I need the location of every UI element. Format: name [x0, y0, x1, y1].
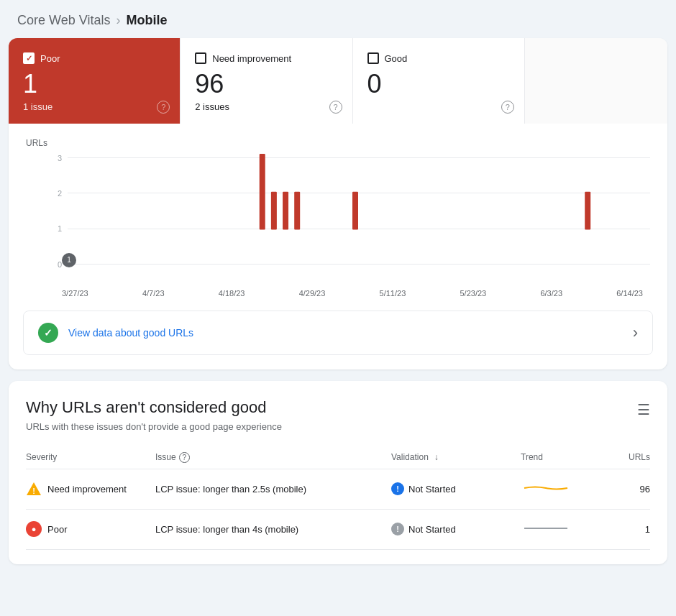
issues-subtitle: URLs with these issues don't provide a g…: [26, 421, 282, 432]
grid-label-2: 2: [47, 189, 62, 198]
urls-count-2: 1: [607, 524, 650, 535]
x-label-1: 4/7/23: [142, 289, 165, 298]
poor-help-icon[interactable]: ?: [157, 101, 170, 114]
need-improvement-issues: 2 issues: [195, 101, 337, 112]
good-label: Good: [385, 53, 408, 64]
svg-rect-5: [585, 191, 590, 229]
svg-rect-2: [283, 191, 288, 229]
status-card-good[interactable]: Good 0 ?: [353, 38, 525, 124]
validation-status-2: Not Started: [408, 524, 456, 535]
header-urls: URLs: [607, 452, 650, 463]
grid-label-0: 0: [47, 260, 62, 269]
x-label-4: 5/11/23: [380, 289, 406, 298]
chart-area: URLs 3 2 1 0: [9, 124, 667, 305]
header-validation-col: Validation ↓: [391, 452, 521, 463]
severity-label-1: Need improvement: [47, 484, 127, 495]
chart-y-label: URLs: [26, 138, 650, 148]
status-card-poor[interactable]: Poor 1 1 issue ?: [9, 38, 181, 124]
filter-icon[interactable]: ☰: [637, 398, 650, 418]
good-check-icon: [38, 323, 58, 343]
need-improvement-header: Need improvement: [195, 52, 337, 64]
good-number: 0: [367, 70, 510, 98]
validation-gray-icon: !: [391, 523, 404, 535]
poor-number: 1: [23, 70, 165, 98]
svg-rect-3: [294, 191, 300, 229]
issues-card: Why URLs aren't considered good URLs wit…: [9, 381, 667, 564]
svg-rect-1: [271, 191, 277, 229]
header-issue: Issue: [155, 452, 176, 462]
severity-cell-2: ● Poor: [26, 521, 155, 537]
validation-status-1: Not Started: [408, 484, 456, 495]
header-trend: Trend: [521, 452, 607, 463]
need-improvement-checkbox: [195, 52, 206, 64]
status-row: Poor 1 1 issue ? Need improvement 96 2 i…: [9, 38, 667, 124]
chart-x-labels: 3/27/23 4/7/23 4/18/23 4/29/23 5/11/23 5…: [62, 289, 643, 298]
breadcrumb-separator: ›: [116, 13, 120, 28]
poor-header: Poor: [23, 52, 165, 64]
trend-cell-1: [521, 481, 607, 497]
table-header: Severity Issue ? Validation ↓ Trend URLs: [26, 446, 650, 469]
table-row: ● Poor LCP issue: longer than 4s (mobile…: [26, 510, 650, 550]
trend-cell-2: [521, 521, 607, 538]
svg-text:!: !: [32, 487, 35, 495]
issues-title: Why URLs aren't considered good: [26, 398, 282, 417]
grid-label-1: 1: [47, 224, 62, 233]
poor-label: Poor: [40, 53, 60, 64]
x-label-6: 6/3/23: [540, 289, 562, 298]
issue-help-icon[interactable]: ?: [179, 452, 190, 463]
good-help-icon[interactable]: ?: [501, 101, 514, 114]
grid-label-3: 3: [47, 154, 62, 162]
need-improvement-help-icon[interactable]: ?: [329, 101, 342, 114]
x-label-5: 5/23/23: [460, 289, 487, 298]
breadcrumb-parent[interactable]: Core Web Vitals: [17, 13, 110, 28]
validation-info-icon: !: [391, 482, 404, 495]
x-label-3: 4/29/23: [299, 289, 326, 298]
trend-line-yellow: [521, 481, 571, 495]
breadcrumb-current: Mobile: [126, 13, 167, 28]
poor-checkbox: [23, 52, 35, 64]
issues-header: Why URLs aren't considered good URLs wit…: [26, 398, 282, 446]
header-severity: Severity: [26, 452, 155, 463]
x-label-0: 3/27/23: [62, 289, 88, 298]
status-card-need-improvement[interactable]: Need improvement 96 2 issues ?: [181, 38, 352, 124]
breadcrumb: Core Web Vitals › Mobile: [0, 0, 676, 38]
trend-line-gray: [521, 521, 571, 535]
good-urls-link[interactable]: View data about good URLs: [23, 311, 653, 355]
x-label-7: 6/14/23: [616, 289, 643, 298]
validation-cell-1: ! Not Started: [391, 482, 521, 495]
poor-issues: 1 issue: [23, 101, 165, 112]
severity-label-2: Poor: [47, 524, 67, 535]
header-validation: Validation: [391, 452, 429, 462]
svg-rect-4: [352, 191, 358, 229]
urls-count-1: 96: [607, 484, 650, 495]
poor-circle-icon: ●: [26, 521, 42, 537]
good-urls-text: View data about good URLs: [68, 327, 623, 339]
good-header: Good: [367, 52, 510, 64]
table-row: ! Need improvement LCP issue: longer tha…: [26, 469, 650, 510]
issues-content: Why URLs aren't considered good URLs wit…: [9, 381, 667, 564]
status-spacer: [525, 38, 667, 124]
chart-badge: 1: [62, 253, 76, 267]
x-label-2: 4/18/23: [219, 289, 245, 298]
severity-cell-1: ! Need improvement: [26, 481, 155, 497]
warning-triangle-icon: !: [26, 481, 42, 497]
chart-container: 3 2 1 0: [26, 154, 650, 298]
header-issue-col: Issue ?: [155, 452, 391, 463]
chart-svg: [62, 154, 643, 269]
status-chart-card: Poor 1 1 issue ? Need improvement 96 2 i…: [9, 38, 667, 369]
validation-cell-2: ! Not Started: [391, 523, 521, 535]
issue-text-1: LCP issue: longer than 2.5s (mobile): [155, 484, 391, 495]
sort-icon[interactable]: ↓: [434, 452, 439, 462]
svg-rect-0: [260, 154, 265, 230]
good-checkbox: [367, 52, 379, 64]
issue-text-2: LCP issue: longer than 4s (mobile): [155, 524, 391, 535]
chevron-right-icon: [633, 323, 638, 342]
need-improvement-number: 96: [195, 70, 337, 98]
need-improvement-label: Need improvement: [212, 53, 291, 64]
